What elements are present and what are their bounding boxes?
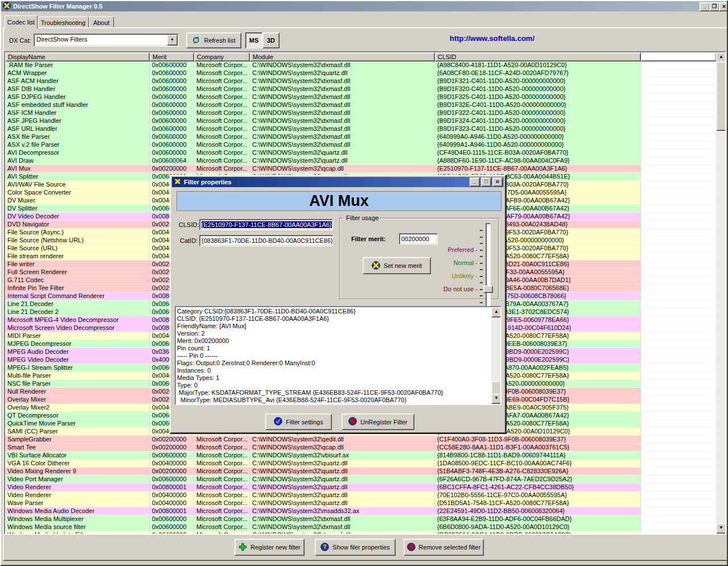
tab-codec-list[interactable]: Codec list <box>5 15 38 29</box>
scrollbar-thumb[interactable] <box>716 61 726 131</box>
scroll-down-icon[interactable]: ▼ <box>716 523 726 534</box>
cell-company: Microsoft Corpor... <box>194 523 250 531</box>
table-row[interactable]: ASF DIB Handler0x00600000Microsoft Corpo… <box>5 85 716 93</box>
cell-clsid: {A98C8400-4181-11D1-A520-00A0D10129C0} <box>435 61 641 69</box>
question-icon: ? <box>320 543 329 552</box>
catid-field[interactable]: {083863F1-70DE-11D0-BD40-00A0C911CE86} <box>199 235 333 246</box>
table-row[interactable]: ASF JPEG Handler0x00600000Microsoft Corp… <box>5 117 716 125</box>
cell-module: C:\WINDOWS\system32\qcap.dll <box>250 444 435 452</box>
dialog-minimize-button[interactable]: _ <box>470 177 480 187</box>
table-row[interactable]: Windows Media Multiplexer0x00600000Micro… <box>5 515 716 523</box>
register-new-filter-button[interactable]: Register new filter <box>235 539 305 556</box>
remove-selected-filter-button[interactable]: Remove selected filter <box>404 539 484 556</box>
softella-link[interactable]: http://www.softella.com/ <box>450 34 534 43</box>
scroll-up-icon[interactable]: ▲ <box>491 307 501 317</box>
cell-displayname: Smart Tee <box>5 444 150 452</box>
table-row[interactable]: ASF URL Handler0x00600000Microsoft Corpo… <box>5 125 716 133</box>
cell-company: Microsoft Corpor... <box>194 476 250 484</box>
cell-company: Microsoft Corpor... <box>194 101 250 109</box>
dx-cat-label: DX Cat: <box>9 37 31 44</box>
cell-merit: 0x00600000 <box>150 69 194 77</box>
table-row[interactable]: VGA 16 Color Ditherer0x00400000Microsoft… <box>5 460 716 468</box>
column-header-blank[interactable] <box>641 52 716 61</box>
cell-displayname: QT Decompressor <box>5 412 150 420</box>
show-filter-properties-button[interactable]: ? Show filer properties <box>315 539 396 556</box>
clsid-field[interactable]: {E2510970-F137-11CE-8B67-00AA00A3F1A6} <box>199 219 333 230</box>
table-row[interactable]: ASX file Parser0x00600000Microsoft Corpo… <box>5 133 716 141</box>
refresh-list-button[interactable]: Refresh list <box>186 32 241 48</box>
tab-about[interactable]: About <box>89 16 114 28</box>
cell-module: C:\WINDOWS\system32\vbisurf.ax <box>250 452 435 460</box>
cell-displayname: ASF ICM Handler <box>5 109 150 117</box>
cell-displayname: ASX file Parser <box>5 133 150 141</box>
cell-displayname: ASF ACM Handler <box>5 77 150 85</box>
table-row[interactable]: ASF DJPEG Handler0x00600000Microsoft Cor… <box>5 93 716 101</box>
column-header-company[interactable]: Company <box>194 52 250 61</box>
table-row[interactable]: ASF ACM Handler0x00600000Microsoft Corpo… <box>5 77 716 85</box>
cell-displayname: Color Space Converter <box>5 189 150 197</box>
slider-tick <box>480 276 483 277</box>
table-row[interactable]: Video Mixing Renderer 90x00200000Microso… <box>5 468 716 476</box>
column-header-displayname[interactable]: DisplayName <box>5 52 150 61</box>
table-row[interactable]: SampleGrabber0x00200000Microsoft Corpor.… <box>5 436 716 444</box>
cell-displayname: MPEG Audio Decoder <box>5 348 150 356</box>
table-row[interactable]: ASF ICM Handler0x00600000Microsoft Corpo… <box>5 109 716 117</box>
filter-merit-input[interactable]: 00200000 <box>399 233 438 245</box>
table-row[interactable]: Wave Parser0x00400000Microsoft Corpor...… <box>5 499 716 507</box>
cell-blank <box>641 109 716 117</box>
table-row[interactable]: ACM Wrapper0x00600000Microsoft Corpor...… <box>5 69 716 77</box>
table-row[interactable]: AVI Draw0x00600064Microsoft Corpor...C:\… <box>5 157 716 165</box>
filter-settings-button[interactable]: Filter settings <box>265 414 332 430</box>
filter-details-box[interactable]: Category CLSID:{083863F1-70DE-11D0-BD40-… <box>175 306 501 405</box>
remove-selected-filter-label: Remove selected filter <box>419 544 481 551</box>
chevron-down-icon[interactable]: ▼ <box>167 35 178 46</box>
dx-cat-combobox[interactable]: DirectShow Filters ▼ <box>34 34 179 47</box>
minimize-button[interactable]: _ <box>700 2 710 11</box>
column-header-clsid[interactable]: CLSID <box>435 52 641 61</box>
cell-clsid: {640999A0-A946-11D0-A520-000000000000} <box>435 133 641 141</box>
cell-displayname: MIDI Parser <box>5 332 150 340</box>
details-vertical-scrollbar[interactable]: ▲ ▼ <box>491 307 500 404</box>
scroll-down-icon[interactable]: ▼ <box>491 394 501 404</box>
cell-merit: 0x00600000 <box>150 141 194 149</box>
scrollbar-thumb[interactable] <box>491 381 501 395</box>
table-row[interactable]: AVI Decompressor0x00600000Microsoft Corp… <box>5 149 716 157</box>
cell-company: Microsoft Corpor... <box>194 141 250 149</box>
table-row[interactable]: Smart Tee0x00200000Microsoft Corpor...C:… <box>5 444 716 452</box>
plus-icon <box>238 543 247 552</box>
cell-module: C:\WINDOWS\system32\quartz.dll <box>250 499 435 507</box>
table-row[interactable]: VBI Surface Allocator0x00600000Microsoft… <box>5 452 716 460</box>
table-row[interactable]: ASF embedded stuff Handler0x00600000Micr… <box>5 101 716 109</box>
table-row[interactable]: Windows Media Audio Decoder0x00800001Mic… <box>5 507 716 515</box>
tab-troubleshooting[interactable]: Troubleshooting <box>38 16 89 28</box>
unregister-filter-button[interactable]: UnRegister Filter <box>342 414 414 430</box>
dialog-close-button[interactable]: × <box>492 177 503 187</box>
table-row[interactable]: .RAM file Parser0x00600000Microsoft Corp… <box>5 61 716 69</box>
table-row[interactable]: ASX v.2 file Parser0x00600000Microsoft C… <box>5 141 716 149</box>
cell-module: C:\WINDOWS\system32\quartz.dll <box>250 149 435 157</box>
close-button[interactable]: × <box>719 2 728 11</box>
list-vertical-scrollbar[interactable]: ▲ ▼ <box>716 52 725 534</box>
restore-button[interactable]: ❐ <box>709 2 719 11</box>
cell-blank <box>641 261 716 268</box>
cell-module: C:\WINDOWS\system32\quartz.dll <box>250 157 435 165</box>
cell-displayname: File Source (URL) <box>5 245 150 253</box>
cell-blank <box>641 93 716 101</box>
cell-blank <box>641 245 716 253</box>
merit-slider-track[interactable] <box>486 223 491 307</box>
cell-displayname: Video Renderer <box>5 491 150 499</box>
table-row[interactable]: Video Renderer0x00400000Microsoft Corpor… <box>5 491 716 499</box>
table-row[interactable]: Video Renderer0x00800001Microsoft Corpor… <box>5 484 716 491</box>
clsid-value-selected: {E2510970-F137-11CE-8B67-00AA00A3F1A6} <box>201 221 332 228</box>
column-header-merit[interactable]: Merit <box>150 52 194 61</box>
dialog-maximize-button[interactable]: □ <box>481 177 491 187</box>
table-row[interactable]: Windows Media source filter0x00600000Mic… <box>5 523 716 531</box>
cell-displayname: Infinite Pin Tee Filter <box>5 284 150 292</box>
table-row[interactable]: Windows Media Update Filter0x00400000Mic… <box>5 531 716 534</box>
ms-toggle-button[interactable]: MS <box>245 32 262 48</box>
table-row[interactable]: Video Port Manager0x00600000Microsoft Co… <box>5 476 716 484</box>
threed-toggle-button[interactable]: 3D <box>262 32 279 48</box>
table-row[interactable]: AVI Mux0x00200000Microsoft Corpor...C:\W… <box>5 165 716 173</box>
merit-slider-thumb[interactable] <box>483 286 493 293</box>
column-header-module[interactable]: Module <box>250 52 435 61</box>
